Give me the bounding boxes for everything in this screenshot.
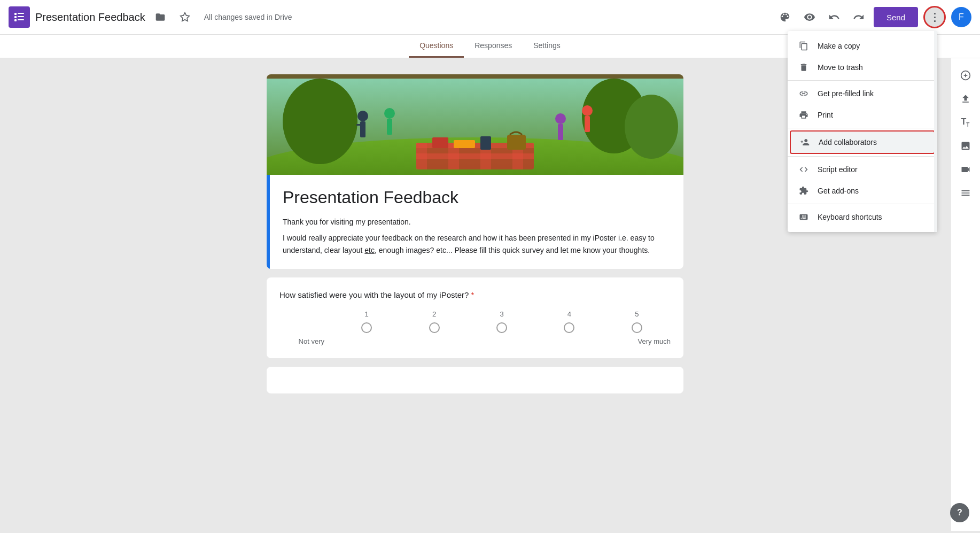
tab-questions[interactable]: Questions xyxy=(409,35,464,58)
preview-button[interactable] xyxy=(800,7,819,27)
rating-col-4: 4 xyxy=(535,310,603,333)
add-section-tool[interactable] xyxy=(955,182,976,204)
menu-item-prefilled-link[interactable]: Get pre-filled link xyxy=(788,83,937,104)
rating-label-3: 3 xyxy=(500,310,503,318)
app-icon xyxy=(9,6,30,28)
svg-point-30 xyxy=(582,105,593,116)
question-1-text: How satisfied were you with the layout o… xyxy=(279,290,671,299)
radio-4[interactable] xyxy=(564,322,574,333)
copy-icon xyxy=(798,41,809,51)
add-question-tool[interactable] xyxy=(955,65,976,86)
rating-label-1: 1 xyxy=(365,310,369,318)
header-right: Send ⋮ F xyxy=(775,6,971,28)
svg-rect-22 xyxy=(507,135,526,150)
rating-numbers-row: 1 2 3 4 xyxy=(279,310,671,333)
question-card-1: How satisfied were you with the layout o… xyxy=(267,277,683,358)
menu-divider-4 xyxy=(788,204,937,204)
svg-point-9 xyxy=(283,79,357,164)
form-header-card: Presentation Feedback Thank you for visi… xyxy=(267,74,683,269)
add-image-tool[interactable] xyxy=(955,135,976,157)
svg-point-23 xyxy=(357,111,368,121)
move-to-trash-label: Move to trash xyxy=(818,63,863,72)
svg-rect-1 xyxy=(18,13,24,14)
star-button[interactable] xyxy=(175,7,195,27)
header: Presentation Feedback All changes saved … xyxy=(0,0,980,35)
rating-col-1: 1 xyxy=(333,310,400,333)
question-card-2-partial xyxy=(267,367,683,393)
rating-label-2: 2 xyxy=(432,310,436,318)
rating-label-5: 5 xyxy=(635,310,639,318)
svg-rect-4 xyxy=(14,19,17,21)
required-indicator: * xyxy=(471,290,475,299)
link-icon xyxy=(798,88,809,99)
add-collaborators-label: Add collaborators xyxy=(819,138,877,146)
svg-rect-15 xyxy=(416,143,427,169)
keyboard-icon xyxy=(798,212,809,222)
send-button[interactable]: Send xyxy=(874,7,918,27)
rating-label-max: Very much xyxy=(629,337,671,345)
menu-item-keyboard-shortcuts[interactable]: Keyboard shortcuts xyxy=(788,206,937,228)
form-title-section: Presentation Feedback Thank you for visi… xyxy=(267,175,683,269)
menu-item-get-addons[interactable]: Get add-ons xyxy=(788,180,937,202)
svg-point-26 xyxy=(384,108,395,119)
svg-rect-24 xyxy=(360,121,365,137)
rating-col-3: 3 xyxy=(468,310,535,333)
radio-5[interactable] xyxy=(632,322,642,333)
radio-1[interactable] xyxy=(361,322,372,333)
menu-item-print[interactable]: Print xyxy=(788,104,937,126)
import-questions-tool[interactable] xyxy=(955,88,976,110)
rating-label-4: 4 xyxy=(567,310,571,318)
help-button[interactable]: ? xyxy=(950,503,969,522)
add-video-tool[interactable] xyxy=(955,159,976,180)
menu-item-add-collaborators[interactable]: Add collaborators xyxy=(790,130,935,154)
radio-2[interactable] xyxy=(429,322,440,333)
more-options-button[interactable]: ⋮ xyxy=(923,6,946,28)
svg-point-11 xyxy=(625,95,678,159)
palette-button[interactable] xyxy=(775,7,795,27)
radio-3[interactable] xyxy=(496,322,507,333)
redo-button[interactable] xyxy=(849,7,868,27)
svg-rect-0 xyxy=(14,13,17,15)
folder-button[interactable] xyxy=(151,7,170,27)
people-icon xyxy=(799,137,810,148)
menu-item-move-to-trash[interactable]: Move to trash xyxy=(788,57,937,78)
menu-item-script-editor[interactable]: Script editor xyxy=(788,159,937,180)
document-title: Presentation Feedback xyxy=(35,11,145,24)
prefilled-link-label: Get pre-filled link xyxy=(818,89,874,98)
svg-rect-31 xyxy=(585,116,590,132)
svg-rect-20 xyxy=(454,140,475,148)
rating-options: 1 2 3 4 xyxy=(333,310,671,333)
svg-marker-6 xyxy=(180,13,189,21)
tab-settings[interactable]: Settings xyxy=(523,35,571,58)
puzzle-icon xyxy=(798,186,809,196)
svg-rect-25 xyxy=(356,124,363,126)
tab-responses[interactable]: Responses xyxy=(464,35,523,58)
undo-button[interactable] xyxy=(825,7,844,27)
svg-rect-19 xyxy=(432,137,448,148)
form-description: Thank you for visiting my presentation. … xyxy=(283,216,671,256)
make-copy-label: Make a copy xyxy=(818,42,860,50)
rating-grid: 1 2 3 4 xyxy=(279,310,671,345)
svg-point-28 xyxy=(555,113,566,124)
avatar-button[interactable]: F xyxy=(951,7,971,27)
menu-divider-3 xyxy=(788,156,937,157)
scrollbar-track[interactable] xyxy=(934,31,937,232)
rating-label-min: Not very xyxy=(279,337,333,345)
form-title: Presentation Feedback xyxy=(283,188,671,207)
form-header-image xyxy=(267,79,683,175)
trash-icon xyxy=(798,62,809,73)
code-icon xyxy=(798,164,809,175)
menu-item-make-copy[interactable]: Make a copy xyxy=(788,35,937,57)
print-icon xyxy=(798,110,809,120)
svg-rect-2 xyxy=(14,16,17,18)
svg-rect-3 xyxy=(18,16,24,17)
svg-rect-27 xyxy=(387,119,392,135)
rating-labels-row: Not very Very much xyxy=(279,337,671,345)
add-title-tool[interactable]: TT xyxy=(955,112,976,133)
get-addons-label: Get add-ons xyxy=(818,187,859,195)
menu-divider-1 xyxy=(788,80,937,81)
keyboard-shortcuts-label: Keyboard shortcuts xyxy=(818,213,882,221)
svg-rect-5 xyxy=(18,19,24,20)
right-tool-sidebar: TT xyxy=(950,58,980,531)
header-left: Presentation Feedback All changes saved … xyxy=(9,6,775,28)
